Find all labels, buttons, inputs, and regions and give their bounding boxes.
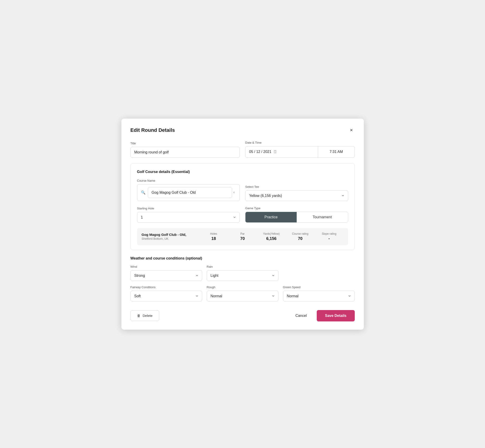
holes-value: 18 — [211, 236, 216, 241]
course-name-group: Course Name 🔍 × — [137, 179, 240, 201]
game-type-group: Game Type Practice Tournament — [245, 207, 348, 223]
calendar-icon: 🗓 — [273, 150, 277, 154]
date-value: 05 / 12 / 2021 — [249, 150, 271, 154]
hole-gametype-row: Starting Hole 1 2 3 4 5 Game Type Practi… — [137, 207, 348, 223]
course-info-name: Gog Magog Golf Club - Old, Shelford Bott… — [142, 233, 199, 241]
rough-label: Rough — [207, 286, 278, 289]
course-search-input[interactable] — [148, 187, 232, 198]
wind-label: Wind — [130, 265, 202, 268]
time-value: 7:31 AM — [330, 150, 343, 154]
golf-course-title: Golf Course details (Essential) — [137, 170, 348, 174]
slope-rating-value: - — [328, 236, 330, 241]
select-tee-group: Select Tee Yellow (6,156 yards) White Re… — [245, 185, 348, 201]
fairway-label: Fairway Conditions — [130, 286, 202, 289]
yards-stat: Yards(Yellow) 6,156 — [257, 232, 286, 241]
slope-rating-stat: Slope rating - — [315, 232, 344, 241]
course-search-wrap: 🔍 × — [137, 184, 240, 201]
course-location: Shelford Bottom, UK — [142, 237, 169, 240]
delete-button[interactable]: 🗑 Delete — [130, 310, 159, 321]
par-stat: Par 70 — [228, 232, 257, 241]
title-label: Title — [130, 142, 240, 145]
title-input[interactable] — [130, 147, 240, 158]
yards-value: 6,156 — [266, 236, 276, 241]
holes-stat: Holes 18 — [199, 232, 228, 241]
datetime-group: Date & Time 05 / 12 / 2021 🗓 7:31 AM — [245, 141, 355, 158]
search-icon: 🔍 — [141, 190, 146, 195]
title-group: Title — [130, 142, 240, 158]
green-speed-label: Green Speed — [283, 286, 355, 289]
par-value: 70 — [240, 236, 245, 241]
weather-title: Weather and course conditions (optional) — [130, 256, 355, 260]
clear-course-button[interactable]: × — [232, 191, 236, 195]
course-info-bar: Gog Magog Golf Club - Old, Shelford Bott… — [137, 228, 348, 245]
course-name-label: Course Name — [137, 179, 240, 182]
starting-hole-dropdown[interactable]: 1 2 3 4 5 — [137, 212, 240, 223]
practice-button[interactable]: Practice — [245, 212, 297, 222]
select-tee-label: Select Tee — [245, 185, 348, 189]
holes-label: Holes — [199, 232, 228, 235]
wind-rain-row: Wind None Light Moderate Strong Very Str… — [130, 265, 355, 281]
date-field[interactable]: 05 / 12 / 2021 🗓 — [245, 146, 318, 158]
rain-dropdown[interactable]: None Light Moderate Heavy — [207, 270, 278, 281]
modal-title: Edit Round Details — [130, 127, 175, 133]
close-button[interactable]: × — [348, 127, 355, 134]
date-time-field: 05 / 12 / 2021 🗓 7:31 AM — [245, 146, 355, 158]
course-name-display: Gog Magog Golf Club - Old, — [142, 233, 199, 237]
rain-label: Rain — [207, 265, 278, 268]
fairway-rough-green-row: Fairway Conditions Soft Normal Hard Very… — [130, 286, 355, 301]
weather-section: Weather and course conditions (optional)… — [130, 256, 355, 301]
game-type-toggle: Practice Tournament — [245, 212, 348, 223]
course-rating-label: Course rating — [286, 232, 315, 235]
course-rating-value: 70 — [298, 236, 302, 241]
green-speed-group: Green Speed Slow Normal Fast Very Fast — [283, 286, 355, 301]
cancel-button[interactable]: Cancel — [291, 311, 311, 321]
rough-group: Rough Soft Normal Hard Very Hard — [207, 286, 278, 301]
save-details-button[interactable]: Save Details — [317, 310, 355, 321]
rain-group: Rain None Light Moderate Heavy — [207, 265, 278, 281]
select-tee-dropdown[interactable]: Yellow (6,156 yards) White Red Blue — [245, 190, 348, 201]
title-date-row: Title Date & Time 05 / 12 / 2021 🗓 7:31 … — [130, 141, 355, 158]
course-tee-row: Course Name 🔍 × Select Tee Yellow (6,156… — [137, 179, 348, 201]
wind-group: Wind None Light Moderate Strong Very Str… — [130, 265, 202, 281]
delete-label: Delete — [143, 314, 153, 318]
green-speed-dropdown[interactable]: Slow Normal Fast Very Fast — [283, 291, 355, 301]
edit-round-modal: Edit Round Details × Title Date & Time 0… — [121, 119, 364, 330]
fairway-group: Fairway Conditions Soft Normal Hard Very… — [130, 286, 202, 301]
game-type-label: Game Type — [245, 207, 348, 210]
par-label: Par — [228, 232, 257, 235]
modal-header: Edit Round Details × — [130, 127, 355, 134]
course-rating-stat: Course rating 70 — [286, 232, 315, 241]
yards-label: Yards(Yellow) — [257, 232, 286, 235]
time-field[interactable]: 7:31 AM — [318, 146, 355, 158]
golf-course-section: Golf Course details (Essential) Course N… — [130, 163, 355, 250]
trash-icon: 🗑 — [137, 314, 140, 318]
rough-dropdown[interactable]: Soft Normal Hard Very Hard — [207, 291, 278, 301]
tournament-button[interactable]: Tournament — [297, 212, 348, 222]
slope-rating-label: Slope rating — [315, 232, 344, 235]
wind-dropdown[interactable]: None Light Moderate Strong Very Strong — [130, 270, 202, 281]
starting-hole-label: Starting Hole — [137, 207, 240, 210]
starting-hole-group: Starting Hole 1 2 3 4 5 — [137, 207, 240, 223]
footer-right: Cancel Save Details — [291, 310, 355, 321]
datetime-label: Date & Time — [245, 141, 355, 144]
fairway-dropdown[interactable]: Soft Normal Hard Very Hard — [130, 291, 202, 301]
footer-row: 🗑 Delete Cancel Save Details — [130, 308, 355, 321]
